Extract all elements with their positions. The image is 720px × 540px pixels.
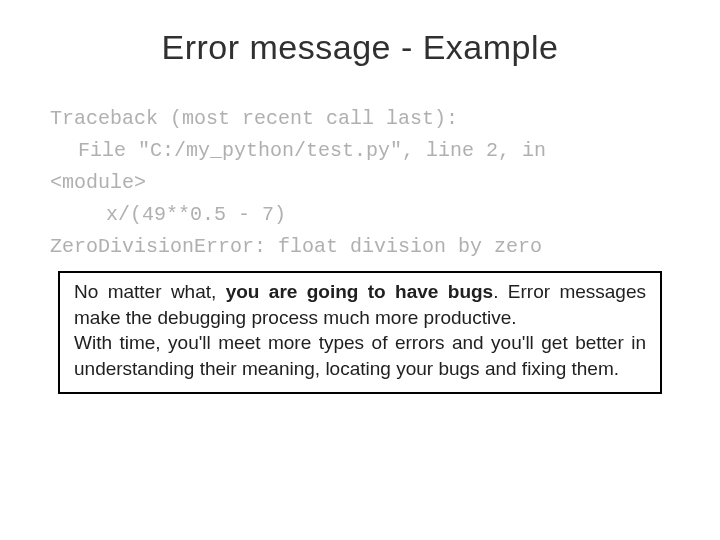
note-text-1b-bold: you are going to have bugs: [226, 281, 494, 302]
traceback-line-5: ZeroDivisionError: float division by zer…: [50, 231, 670, 263]
slide-title: Error message - Example: [50, 28, 670, 67]
note-box: No matter what, you are going to have bu…: [58, 271, 662, 394]
note-text-1a: No matter what,: [74, 281, 226, 302]
traceback-line-2: File "C:/my_python/test.py", line 2, in: [50, 135, 670, 167]
note-paragraph-2: With time, you'll meet more types of err…: [74, 330, 646, 381]
note-paragraph-1: No matter what, you are going to have bu…: [74, 279, 646, 330]
traceback-line-4: x/(49**0.5 - 7): [50, 199, 670, 231]
traceback-line-1: Traceback (most recent call last):: [50, 103, 670, 135]
traceback-block: Traceback (most recent call last): File …: [50, 103, 670, 263]
traceback-line-3: <module>: [50, 167, 670, 199]
